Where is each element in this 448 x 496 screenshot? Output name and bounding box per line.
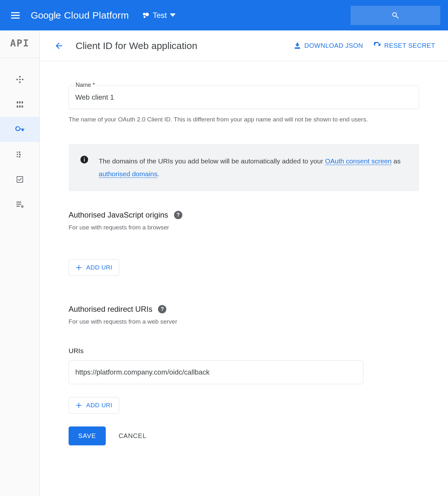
svg-rect-5 — [21, 79, 23, 80]
reset-secret-label: RESET SECRET — [384, 42, 435, 49]
svg-rect-11 — [17, 105, 18, 108]
back-button[interactable] — [53, 39, 65, 52]
project-picker[interactable]: Test — [142, 11, 176, 20]
page-title: Client ID for Web application — [76, 40, 283, 51]
reset-secret-button[interactable]: RESET SECRET — [373, 42, 435, 50]
svg-rect-22 — [295, 48, 300, 49]
project-name: Test — [153, 11, 167, 20]
hamburger-icon — [11, 12, 20, 19]
svg-point-14 — [17, 152, 18, 153]
svg-rect-3 — [19, 76, 21, 78]
svg-point-0 — [143, 13, 145, 15]
download-json-button[interactable]: DOWNLOAD JSON — [294, 42, 363, 50]
save-button[interactable]: SAVE — [69, 426, 106, 445]
svg-rect-10 — [21, 101, 23, 103]
info-text: The domains of the URIs you add below wi… — [99, 155, 408, 180]
consent-icon — [16, 151, 24, 158]
logo-google: Google — [31, 10, 61, 21]
redirect-uri-input[interactable] — [69, 360, 363, 384]
list-gear-icon — [16, 200, 24, 209]
plus-icon — [75, 402, 82, 409]
key-icon — [15, 125, 25, 134]
add-js-origin-button[interactable]: ADD URI — [69, 259, 119, 276]
svg-point-1 — [145, 12, 149, 16]
js-origins-section: Authorised JavaScript origins ? For use … — [69, 211, 419, 276]
redirect-uris-section: Authorised redirect URIs ? For use with … — [69, 305, 419, 414]
svg-rect-13 — [21, 105, 23, 108]
left-sidebar: API — [0, 30, 40, 496]
info-text-pre: The domains of the URIs you add below wi… — [99, 157, 325, 165]
svg-point-2 — [144, 16, 145, 18]
add-uri-label-2: ADD URI — [86, 402, 112, 409]
redirect-uris-help[interactable]: ? — [158, 305, 166, 313]
diamond-grid-icon — [16, 75, 24, 84]
svg-rect-24 — [84, 159, 85, 162]
dropdown-icon — [170, 13, 176, 17]
js-origins-title: Authorised JavaScript origins — [69, 211, 168, 219]
redirect-uris-subtitle: For use with requests from a web server — [69, 318, 419, 325]
sidebar-nav-credentials[interactable] — [0, 117, 39, 142]
sidebar-nav-verification[interactable] — [0, 167, 39, 192]
top-header: Google Cloud Platform Test — [0, 0, 448, 30]
name-field-wrap: Name * — [69, 86, 419, 109]
uris-label: URIs — [69, 347, 419, 355]
sub-header: Client ID for Web application DOWNLOAD J… — [40, 30, 448, 61]
info-banner: The domains of the URIs you add below wi… — [69, 144, 419, 191]
checkbox-icon — [16, 176, 24, 183]
info-text-mid: as — [392, 157, 401, 165]
info-text-post: . — [157, 170, 159, 178]
button-row: SAVE CANCEL — [69, 426, 419, 445]
project-dots-icon — [142, 12, 149, 19]
svg-rect-18 — [16, 202, 21, 203]
add-redirect-uri-button[interactable]: ADD URI — [69, 397, 119, 414]
oauth-consent-link[interactable]: OAuth consent screen — [325, 157, 392, 165]
sidebar-nav-library[interactable] — [0, 92, 39, 117]
svg-rect-6 — [19, 81, 21, 83]
name-label: Name * — [74, 82, 97, 88]
svg-rect-9 — [19, 101, 20, 103]
js-origins-help[interactable]: ? — [174, 211, 182, 219]
svg-rect-19 — [16, 204, 21, 205]
logo-rest: Cloud Platform — [64, 10, 129, 21]
arrow-left-icon — [54, 41, 64, 51]
name-helper-text: The name of your OAuth 2.0 Client ID. Th… — [69, 114, 419, 125]
download-json-label: DOWNLOAD JSON — [304, 42, 363, 49]
refresh-icon — [373, 42, 381, 50]
svg-rect-12 — [19, 105, 20, 108]
cancel-button[interactable]: CANCEL — [119, 432, 146, 440]
api-section-label: API — [0, 37, 39, 58]
svg-rect-8 — [17, 101, 18, 103]
plus-icon — [75, 264, 82, 271]
info-icon — [80, 155, 88, 164]
gcp-logo: Google Cloud Platform — [31, 10, 129, 21]
redirect-uris-title: Authorised redirect URIs — [69, 305, 152, 314]
add-uri-label-1: ADD URI — [86, 264, 112, 271]
search-icon — [391, 11, 400, 20]
svg-point-15 — [17, 154, 18, 155]
authorised-domains-link[interactable]: authorised domains — [99, 170, 157, 178]
svg-rect-7 — [19, 79, 21, 80]
sidebar-nav-consent[interactable] — [0, 142, 39, 167]
sidebar-nav-dashboard[interactable] — [0, 67, 39, 92]
name-input[interactable] — [69, 86, 419, 109]
svg-point-16 — [17, 156, 18, 157]
svg-rect-20 — [16, 206, 20, 207]
svg-point-21 — [21, 206, 23, 207]
js-origins-subtitle: For use with requests from a browser — [69, 224, 419, 231]
svg-rect-4 — [16, 79, 18, 80]
search-button[interactable] — [351, 6, 440, 25]
sidebar-nav-page-usage[interactable] — [0, 192, 39, 217]
menu-button[interactable] — [8, 8, 23, 23]
library-icon — [16, 100, 24, 109]
svg-point-25 — [84, 157, 85, 158]
download-icon — [294, 42, 301, 50]
